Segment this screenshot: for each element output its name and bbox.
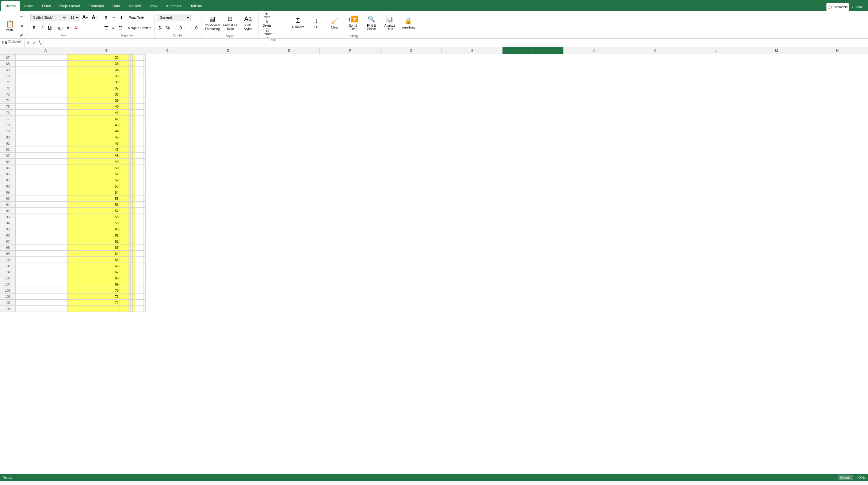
- cell-a[interactable]: [16, 300, 68, 306]
- cell-a[interactable]: [16, 293, 68, 300]
- cell-l[interactable]: [139, 165, 141, 171]
- cell-h[interactable]: [131, 195, 133, 202]
- cell-h[interactable]: [131, 232, 133, 238]
- cell-b[interactable]: 51: [68, 171, 120, 177]
- cell-g[interactable]: [128, 67, 131, 73]
- font-family-select[interactable]: Calibri (Body): [30, 14, 67, 21]
- insert-function-icon[interactable]: fx: [38, 39, 42, 46]
- cell-f[interactable]: [126, 97, 128, 103]
- format-as-table-button[interactable]: ⊞ Format as Table: [222, 12, 239, 34]
- cell-a[interactable]: [16, 67, 68, 73]
- cell-e[interactable]: [124, 73, 126, 79]
- cell-l[interactable]: [139, 263, 141, 269]
- cell-a[interactable]: [16, 91, 68, 97]
- cell-a[interactable]: [16, 171, 68, 177]
- cell-k[interactable]: [137, 116, 139, 122]
- cell-f[interactable]: [126, 91, 128, 97]
- cell-b[interactable]: 67: [68, 269, 120, 275]
- cell-e[interactable]: [124, 67, 126, 73]
- cell-b[interactable]: 47: [68, 147, 120, 153]
- col-header-a[interactable]: A: [15, 47, 76, 54]
- cell-n[interactable]: [144, 183, 146, 189]
- cell-m[interactable]: [141, 73, 144, 79]
- cell-d[interactable]: [122, 226, 124, 232]
- cell-l[interactable]: [139, 293, 141, 300]
- cell-l[interactable]: [139, 153, 141, 159]
- tab-tell-me[interactable]: Tell me: [186, 1, 206, 11]
- cell-d[interactable]: [122, 251, 124, 257]
- cell-c[interactable]: [120, 61, 122, 67]
- cell-n[interactable]: [144, 67, 146, 73]
- cell-c[interactable]: [120, 103, 122, 110]
- cell-m[interactable]: [141, 238, 144, 245]
- analyze-data-button[interactable]: 📊 Analyze Data: [381, 12, 399, 34]
- cell-d[interactable]: [122, 300, 124, 306]
- cell-d[interactable]: [122, 269, 124, 275]
- cell-i[interactable]: [133, 110, 135, 116]
- cell-d[interactable]: [122, 281, 124, 287]
- cell-e[interactable]: [124, 214, 126, 220]
- cell-c[interactable]: [120, 85, 122, 91]
- cell-m[interactable]: [141, 245, 144, 251]
- cell-d[interactable]: [122, 91, 124, 97]
- cell-e[interactable]: [124, 165, 126, 171]
- cell-k[interactable]: [137, 183, 139, 189]
- cell-b[interactable]: 62: [68, 238, 120, 245]
- cell-k[interactable]: [137, 165, 139, 171]
- cell-d[interactable]: [122, 73, 124, 79]
- sum-button[interactable]: Σ AutoSum: [289, 12, 307, 34]
- cell-m[interactable]: [141, 79, 144, 85]
- cell-a[interactable]: [16, 220, 68, 226]
- cell-i[interactable]: [133, 91, 135, 97]
- cell-k[interactable]: [137, 281, 139, 287]
- cell-g[interactable]: [128, 257, 131, 263]
- cell-e[interactable]: [124, 97, 126, 103]
- cell-i[interactable]: [133, 245, 135, 251]
- cell-m[interactable]: [141, 159, 144, 165]
- cell-d[interactable]: [122, 287, 124, 293]
- accounting-button[interactable]: $ ▾: [157, 25, 164, 31]
- cell-a[interactable]: [16, 251, 68, 257]
- cancel-formula-icon[interactable]: ✕: [26, 39, 31, 46]
- cell-j[interactable]: [135, 257, 137, 263]
- borders-button[interactable]: ⊞ ▾: [56, 25, 64, 31]
- cell-l[interactable]: [139, 251, 141, 257]
- tab-automate[interactable]: Automate: [162, 1, 186, 11]
- col-header-b[interactable]: B: [76, 47, 137, 54]
- cell-c[interactable]: [120, 97, 122, 103]
- cell-l[interactable]: [139, 189, 141, 195]
- cell-a[interactable]: [16, 79, 68, 85]
- cell-b[interactable]: 64: [68, 251, 120, 257]
- cell-g[interactable]: [128, 251, 131, 257]
- cell-l[interactable]: [139, 73, 141, 79]
- cell-e[interactable]: [124, 226, 126, 232]
- cell-f[interactable]: [126, 306, 128, 312]
- cell-d[interactable]: [122, 238, 124, 245]
- cell-f[interactable]: [126, 116, 128, 122]
- cell-k[interactable]: [137, 97, 139, 103]
- cell-e[interactable]: [124, 103, 126, 110]
- align-top-button[interactable]: ⬆: [103, 14, 110, 21]
- cell-a[interactable]: [16, 238, 68, 245]
- cell-a[interactable]: [16, 281, 68, 287]
- cell-c[interactable]: [120, 245, 122, 251]
- cell-d[interactable]: [122, 189, 124, 195]
- underline-button[interactable]: U ▾: [46, 24, 54, 32]
- cell-a[interactable]: [16, 232, 68, 238]
- cell-g[interactable]: [128, 116, 131, 122]
- cell-h[interactable]: [131, 73, 133, 79]
- cell-h[interactable]: [131, 165, 133, 171]
- cell-k[interactable]: [137, 79, 139, 85]
- cell-l[interactable]: [139, 91, 141, 97]
- cell-l[interactable]: [139, 103, 141, 110]
- cell-i[interactable]: [133, 287, 135, 293]
- cell-i[interactable]: [133, 269, 135, 275]
- cell-i[interactable]: [133, 226, 135, 232]
- cell-d[interactable]: [122, 85, 124, 91]
- cell-i[interactable]: [133, 153, 135, 159]
- cell-c[interactable]: [120, 269, 122, 275]
- cell-n[interactable]: [144, 147, 146, 153]
- cell-i[interactable]: [133, 183, 135, 189]
- conditional-formatting-button[interactable]: ▤ Conditional Formatting: [204, 12, 221, 34]
- cell-b[interactable]: 63: [68, 245, 120, 251]
